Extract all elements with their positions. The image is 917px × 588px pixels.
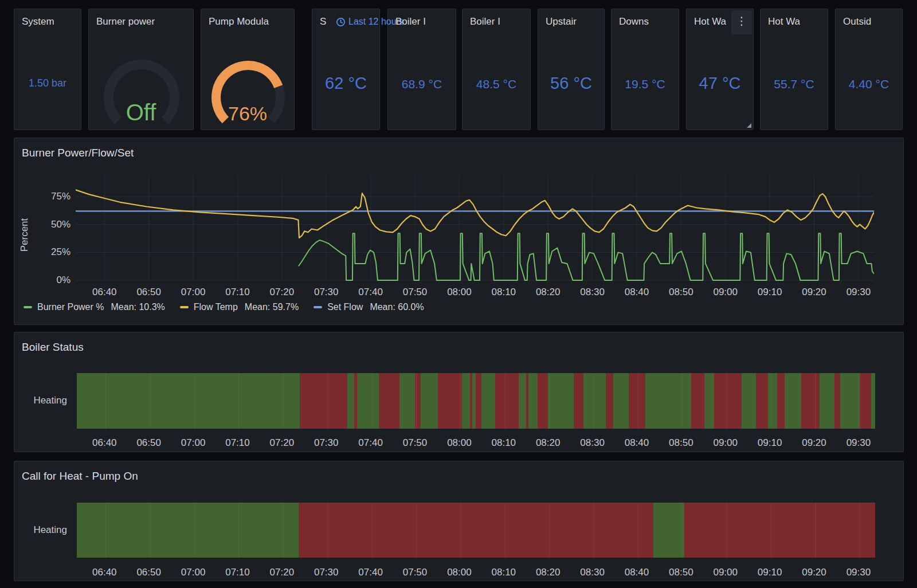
x-tick-label: 08:20 (528, 567, 568, 578)
stat-value: 55.7 °C (761, 77, 828, 91)
timeline-gridline (771, 373, 771, 429)
timeline-segment-on (77, 373, 300, 429)
x-tick-label: 08:10 (484, 567, 524, 578)
stat-panel-outsid: Outsid4.40 °C (835, 9, 903, 130)
stat-value: 4.40 °C (836, 77, 902, 91)
timeline-gridline (283, 503, 284, 558)
x-tick-label: 08:30 (573, 287, 613, 298)
panel-resize-handle[interactable] (747, 123, 751, 128)
timeline-segment-off (574, 373, 583, 429)
legend-item-flow-temp[interactable]: Flow TempMean: 59.7% (180, 302, 299, 312)
boiler-status-timeline-bar[interactable] (77, 373, 875, 429)
x-tick-label: 08:50 (661, 567, 701, 578)
y-tick-label: 25% (36, 246, 70, 258)
timeline-segment-on (653, 503, 684, 558)
x-tick-label: 08:10 (484, 287, 524, 298)
timeline-segment-on (357, 373, 379, 429)
x-tick-label: 07:50 (395, 287, 435, 298)
x-tick-label: 09:30 (838, 567, 879, 578)
timeline-segment-on (481, 373, 495, 429)
timeline-segment-off (801, 373, 820, 429)
x-tick-label: 08:10 (484, 437, 524, 449)
timeline-gridline (372, 373, 373, 429)
x-tick-label: 07:40 (351, 567, 391, 578)
timeline-gridline (594, 373, 594, 429)
stat-value: 56 °C (538, 74, 604, 93)
timeline-gridline (594, 503, 594, 558)
stat-panel-title[interactable]: Hot Wa (768, 16, 800, 27)
stat-panel-header: Upstair (546, 15, 602, 29)
stat-panel-hot-wa: Hot Wa55.7 °C (760, 9, 828, 130)
gauge-value: 76% (201, 103, 294, 125)
legend-swatch (180, 306, 189, 308)
stat-panel-title[interactable]: Downs (619, 16, 649, 27)
stat-panel-boiler-i: Boiler I68.9 °C (387, 9, 456, 130)
timeline-gridline (682, 373, 683, 429)
stat-panel-title[interactable]: S (320, 16, 326, 27)
x-tick-label: 07:50 (395, 567, 435, 578)
stat-panel-upstair: Upstair56 °C (538, 9, 605, 130)
x-tick-label: 09:20 (794, 437, 834, 449)
gauge-value: Off (89, 100, 193, 126)
legend-series-name: Flow Temp (194, 302, 238, 312)
panel-title-boiler-status[interactable]: Boiler Status (22, 340, 84, 354)
timeline-gridline (105, 503, 106, 558)
panel-title-call-for-heat[interactable]: Call for Heat - Pump On (22, 469, 138, 483)
timeline-gridline (460, 373, 461, 429)
timeline-gridline (238, 373, 239, 429)
stat-panel-title[interactable]: Boiler I (395, 16, 426, 27)
x-tick-label: 07:30 (306, 287, 346, 298)
timeline-segment-off (834, 373, 840, 429)
timeline-segment-on (742, 373, 756, 429)
timeline-segment-on (704, 373, 714, 429)
x-tick-label: 07:40 (351, 437, 391, 449)
timeline-row-label: Heating (14, 395, 67, 406)
legend-item-set-flow[interactable]: Set FlowMean: 60.0% (313, 302, 424, 312)
timeline-segment-on (820, 373, 834, 429)
stat-panel-title[interactable]: Boiler I (470, 16, 500, 27)
timeline-segment-off (538, 373, 548, 429)
stat-panel-header: System (22, 15, 79, 29)
timeline-gridline (549, 503, 550, 558)
legend-series-mean: Mean: 59.7% (245, 302, 299, 312)
stat-panel-header: Downs (619, 15, 676, 29)
timeline-gridline (372, 503, 373, 558)
timeline-segment-on (871, 373, 875, 429)
stat-panel-title[interactable]: Outsid (843, 16, 871, 27)
timeseries-plot-area[interactable] (76, 175, 874, 281)
stat-panel-title[interactable]: Upstair (546, 16, 577, 27)
panel-menu-button[interactable]: ⋮ (731, 10, 752, 34)
x-tick-label: 09:20 (794, 567, 834, 578)
x-tick-label: 08:30 (573, 437, 613, 449)
timeline-segment-off (476, 373, 481, 429)
timeline-segment-off (777, 373, 785, 429)
x-tick-label: 07:50 (395, 437, 435, 449)
panel-time-override[interactable]: Last 12 hours (336, 15, 404, 28)
y-tick-label: 50% (36, 219, 70, 230)
x-tick-label: 09:20 (794, 287, 834, 298)
stat-panel-burner-power: Burner powerOff (88, 9, 194, 130)
stat-panel-title[interactable]: Hot Wa (694, 16, 726, 27)
call-for-heat-timeline-bar[interactable] (77, 503, 875, 558)
legend-item-burner-power-[interactable]: Burner Power %Mean: 10.3% (23, 302, 165, 312)
x-tick-label: 08:40 (617, 437, 657, 449)
x-tick-label: 06:40 (84, 287, 124, 298)
x-tick-label: 07:00 (173, 287, 213, 298)
timeseries-panel-burner-power-flow-set: Burner Power/Flow/Set Percent 0%25%50%75… (14, 138, 904, 325)
stat-panel-title[interactable]: Pump Modula (209, 16, 269, 27)
timeline-segment-on (77, 503, 299, 558)
stat-panel-title[interactable]: Burner power (96, 16, 155, 27)
stat-value: 47 °C (687, 74, 753, 93)
timeline-segment-off (684, 503, 875, 558)
stat-panel-title[interactable]: System (22, 16, 54, 27)
stat-value: 62 °C (312, 74, 379, 93)
timeline-segment-off (300, 373, 347, 429)
x-tick-label: 06:50 (129, 567, 169, 578)
x-tick-label: 08:20 (528, 287, 568, 298)
timeline-gridline (327, 503, 328, 558)
timeline-segment-on (528, 373, 537, 429)
x-tick-label: 08:50 (661, 287, 701, 298)
chart-legend: Burner Power %Mean: 10.3%Flow TempMean: … (23, 301, 424, 313)
panel-title-burner-power-flow-set[interactable]: Burner Power/Flow/Set (22, 146, 134, 160)
timeline-gridline (727, 373, 727, 429)
